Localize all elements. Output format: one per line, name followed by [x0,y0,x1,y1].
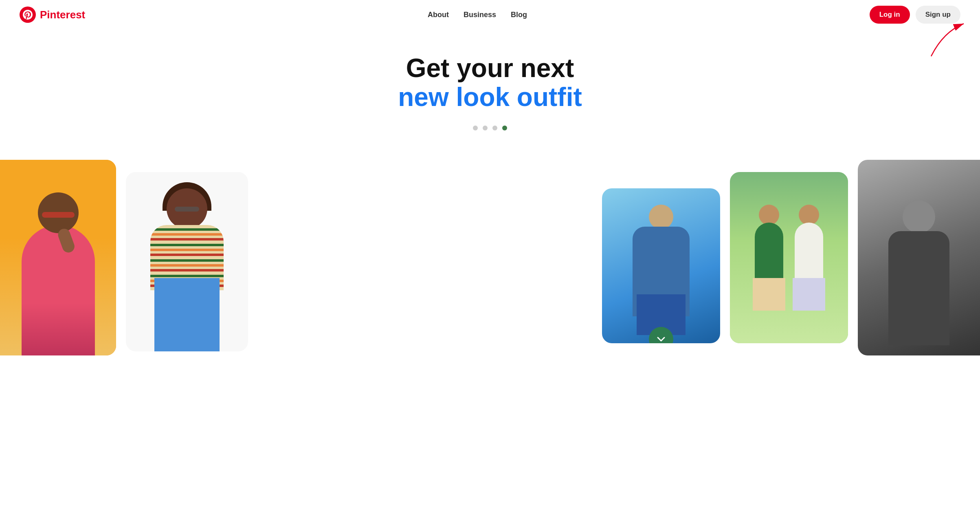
nav-link-business[interactable]: Business [464,11,496,19]
nav-link-blog[interactable]: Blog [511,11,527,19]
card-man-grayscale [858,160,980,355]
logo[interactable]: Pinterest [20,7,85,23]
nav-links: About Business Blog [428,11,527,19]
card-yellow [0,160,116,355]
hero-title-line1: Get your next [406,53,574,83]
chevron-down-icon [655,333,667,343]
arrow-annotation-icon [923,20,972,60]
carousel-dots [8,126,972,130]
dot-1[interactable] [473,126,478,130]
hero-section: Get your next new look outfit [0,29,980,147]
card-striped-woman [126,172,248,351]
cards-section [0,160,980,355]
dot-2[interactable] [483,126,488,130]
logo-text: Pinterest [40,9,85,21]
dot-3[interactable] [492,126,497,130]
pinterest-logo-icon [20,7,36,23]
svg-point-0 [20,7,36,23]
hero-title: Get your next new look outfit [8,54,972,113]
navbar: Pinterest About Business Blog Log in Sig… [0,0,980,29]
card-asian-women [730,172,848,343]
hero-title-line2: new look outfit [398,82,582,112]
dot-4-active[interactable] [502,126,507,130]
login-button[interactable]: Log in [870,6,910,24]
card-blue-outfit [602,188,720,343]
man-silhouette [878,192,960,355]
nav-link-about[interactable]: About [428,11,449,19]
